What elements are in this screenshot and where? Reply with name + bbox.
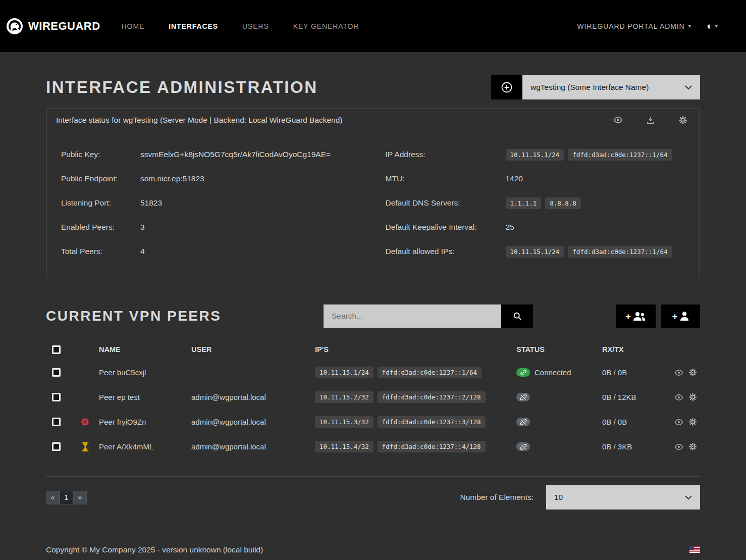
interface-select[interactable]: wgTesting (Some Interface Name): [522, 75, 700, 99]
peer-actions: [674, 368, 700, 377]
peer-checkbox[interactable]: [52, 442, 61, 451]
interface-status-card: Interface status for wgTesting (Server M…: [46, 109, 700, 279]
ip-badge: 10.11.15.4/32: [315, 441, 374, 452]
chevron-down-icon: ▾: [715, 23, 718, 29]
ip-badge: fdfd:d3ad:c0de:1237::1/64: [568, 246, 672, 258]
card-header-title: Interface status for wgTesting (Server M…: [56, 116, 342, 125]
ip-badge: fdfd:d3ad:c0de:1237::1/64: [568, 149, 672, 161]
peer-expired-x-circle-icon: [81, 418, 89, 426]
nav-users[interactable]: USERS: [242, 22, 269, 30]
brand-text: WIREGUARD: [28, 20, 100, 33]
select-all-checkbox[interactable]: [52, 345, 61, 354]
pagination-next-button[interactable]: »: [73, 491, 87, 504]
ip-badge: 10.11.15.3/32: [315, 416, 374, 428]
peer-rxtx: 0B / 3KB: [602, 442, 674, 451]
peer-actions: [674, 418, 700, 427]
peer-checkbox[interactable]: [52, 418, 61, 426]
peer-row: Peer A/Xk4mML admin@wgportal.local 10.11…: [46, 434, 700, 459]
peer-actions: [674, 393, 700, 402]
elements-per-page-select[interactable]: 10: [546, 485, 700, 510]
pagination-prev-button[interactable]: «: [46, 491, 60, 504]
elements-per-page-label: Number of Elements:: [460, 493, 534, 502]
page-footer: Copyright © My Company 2025 - version un…: [0, 534, 746, 560]
field-ip-address: IP Address: 10.11.15.1/24 fdfd:d3ad:c0de…: [386, 142, 686, 167]
field-public-key: Public Key: ssvmEelxG+k8jsNO5G7cq5r/Ak7l…: [61, 142, 374, 167]
peer-status: Connected: [516, 368, 602, 377]
person-icon: [679, 311, 689, 321]
peer-status: [516, 393, 602, 401]
peer-status: [516, 442, 602, 451]
page-head: INTERFACE ADMINISTRATION wgTesting (Some…: [46, 75, 700, 99]
nav-key-generator[interactable]: KEY GENERATOR: [293, 22, 359, 30]
add-interface-button[interactable]: [491, 75, 522, 99]
peer-ips: 10.11.15.4/32 fdfd:d3ad:c0de:1237::4/128: [315, 441, 516, 452]
page-title: INTERFACE ADMINISTRATION: [46, 78, 317, 97]
peer-settings-button[interactable]: [688, 418, 697, 427]
admin-menu-dropdown[interactable]: WIREGUARD PORTAL ADMIN ▾: [577, 22, 691, 30]
peer-name: Peer A/Xk4mML: [99, 442, 191, 451]
chevron-down-icon: [685, 495, 692, 500]
field-allowed-ips: Default allowed IPs: 10.11.15.1/24 fdfd:…: [386, 239, 686, 264]
search-input[interactable]: [324, 304, 501, 328]
ip-badge: fdfd:d3ad:c0de:1237::2/128: [378, 391, 486, 403]
field-mtu: MTU: 1420: [386, 167, 686, 191]
plus-icon: +: [672, 312, 677, 321]
peer-ips: 10.11.15.2/32 fdfd:d3ad:c0de:1237::2/128: [315, 391, 516, 403]
interface-settings-button[interactable]: [678, 115, 687, 125]
peer-row: Peer fryiO9Zn admin@wgportal.local 10.11…: [46, 410, 700, 434]
elements-per-page-value: 10: [554, 493, 563, 502]
chevron-down-icon: ▾: [688, 23, 691, 29]
peer-add-buttons: + +: [616, 304, 700, 328]
view-peer-button[interactable]: [674, 442, 683, 451]
field-public-endpoint: Public Endpoint: som.nicr.ep:51823: [61, 167, 374, 191]
gear-icon: [688, 368, 697, 377]
peer-name: Peer buC5cxjl: [99, 368, 191, 377]
peer-user: admin@wgportal.local: [191, 418, 315, 426]
peer-settings-button[interactable]: [688, 393, 697, 402]
main-content: INTERFACE ADMINISTRATION wgTesting (Some…: [0, 52, 746, 510]
eye-icon: [613, 115, 623, 125]
peer-settings-button[interactable]: [688, 368, 697, 377]
field-keepalive: Default Keepalive Interval: 25: [386, 215, 686, 239]
navbar-right: WIREGUARD PORTAL ADMIN ▾ ◐ ▾: [577, 21, 718, 32]
search-button[interactable]: [501, 304, 533, 328]
peers-table-header: NAME USER IP'S STATUS RX/TX: [46, 339, 700, 360]
column-name: NAME: [99, 345, 191, 353]
pagination-current-page[interactable]: 1: [60, 491, 73, 504]
eye-icon: [674, 418, 683, 427]
peer-row: Peer ep test admin@wgportal.local 10.11.…: [46, 385, 700, 410]
theme-toggle-dropdown[interactable]: ◐ ▾: [707, 21, 718, 32]
peer-search-group: [324, 304, 533, 328]
add-multiple-peers-button[interactable]: +: [616, 304, 656, 328]
add-peer-button[interactable]: +: [661, 304, 700, 328]
interface-status-card-header: Interface status for wgTesting (Server M…: [46, 109, 700, 131]
table-controls: « 1 » Number of Elements: 10: [46, 476, 700, 510]
download-interface-config-button[interactable]: [646, 115, 655, 125]
peer-settings-button[interactable]: [688, 442, 697, 451]
field-total-peers: Total Peers: 4: [61, 239, 374, 264]
plus-icon: +: [625, 312, 631, 321]
peer-ips: 10.11.15.1/24 fdfd:d3ad:c0de:1237::1/64: [315, 367, 516, 378]
field-dns-servers: Default DNS Servers: 1.1.1.1 8.8.8.8: [386, 191, 686, 215]
field-listening-port: Listening Port: 51823: [61, 191, 374, 215]
view-peer-button[interactable]: [674, 393, 683, 402]
nav-home[interactable]: HOME: [122, 22, 145, 30]
peer-name: Peer fryiO9Zn: [99, 418, 191, 426]
disconnected-link-slash-icon: [516, 442, 530, 451]
column-ips: IP'S: [315, 345, 516, 353]
ip-badge: fdfd:d3ad:c0de:1237::1/64: [378, 367, 482, 378]
view-interface-config-button[interactable]: [613, 115, 623, 125]
pagination: « 1 »: [46, 491, 87, 504]
ip-badge: 10.11.15.2/32: [315, 391, 374, 403]
disconnected-link-slash-icon: [516, 393, 530, 401]
peer-checkbox[interactable]: [52, 393, 61, 401]
nav-interfaces[interactable]: INTERFACES: [169, 22, 218, 30]
field-enabled-peers: Enabled Peers: 3: [61, 215, 374, 239]
interface-select-value: wgTesting (Some Interface Name): [530, 83, 649, 92]
brand[interactable]: WIREGUARD: [6, 18, 100, 35]
language-us-flag-icon[interactable]: [689, 546, 700, 553]
peer-checkbox[interactable]: [52, 368, 61, 377]
ip-badge: fdfd:d3ad:c0de:1237::4/128: [378, 441, 486, 452]
view-peer-button[interactable]: [674, 368, 683, 377]
view-peer-button[interactable]: [674, 418, 683, 427]
